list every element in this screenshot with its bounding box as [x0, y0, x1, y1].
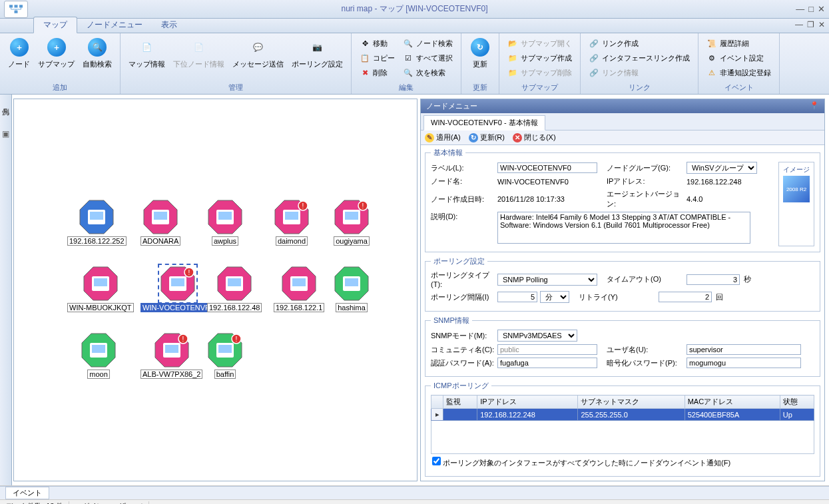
main-menu: マップ ノードメニュー 表示 — ❐ ✕: [0, 19, 829, 33]
apply-button[interactable]: ✎適用(A): [425, 132, 461, 142]
svg-rect-0: [9, 5, 13, 7]
map-node[interactable]: awplus: [207, 199, 243, 246]
map-node[interactable]: ! ougiyama: [334, 199, 370, 246]
ribbon: ＋ノード ＋サブマップ 🔍自動検索 追加 📄マップ情報 📄下位ノード情報 💬メッ…: [0, 33, 829, 95]
map-node[interactable]: 192.168.122.48: [207, 266, 262, 312]
selectall-button[interactable]: ☑すべて選択: [402, 51, 454, 65]
history-icon: 📜: [706, 38, 717, 49]
row-selector[interactable]: ▸: [431, 409, 443, 421]
link-create-button[interactable]: 🔗リンク作成: [587, 37, 691, 50]
retry-input[interactable]: [659, 292, 712, 302]
add-node-button[interactable]: ＋ノード: [4, 35, 34, 71]
polling-group: ポーリング設定 ポーリングタイプ(T): SNMP Polling タイムアウト…: [425, 256, 820, 312]
delete-button[interactable]: ✖削除: [358, 66, 396, 79]
close-icon[interactable]: ✕: [818, 4, 825, 14]
map-node[interactable]: 192.168.122.252: [67, 199, 127, 246]
delete-icon: ✖: [360, 67, 370, 78]
map-node[interactable]: ! baffin: [207, 332, 243, 379]
nodesearch-button[interactable]: 🔍ノード検索: [402, 37, 454, 50]
label-input[interactable]: [497, 162, 597, 173]
event-setting-button[interactable]: ⚙イベント設定: [705, 51, 772, 65]
map-node[interactable]: 192.168.122.1: [274, 266, 324, 312]
mdi-close-icon[interactable]: ✕: [818, 20, 825, 29]
copy-icon: 📋: [360, 53, 370, 63]
mdi-minimize-icon[interactable]: —: [795, 20, 803, 29]
findnext-icon: 🔍: [403, 67, 414, 78]
submap-open-button[interactable]: 📂サブマップ開く: [506, 37, 573, 50]
nonotify-button[interactable]: ⚠非通知設定登録: [705, 66, 772, 79]
authpw-input[interactable]: [497, 358, 597, 368]
panel-tab-basic[interactable]: WIN-VOCEOTENVF0 - 基本情報: [423, 115, 545, 130]
community-input: [497, 344, 597, 355]
left-dock: 凡例 ▣: [0, 95, 12, 485]
autosearch-button[interactable]: 🔍自動検索: [79, 35, 116, 71]
interval-input[interactable]: [497, 292, 537, 302]
menu-tab-map[interactable]: マップ: [33, 17, 77, 33]
timeout-input[interactable]: [687, 274, 740, 285]
image-preview[interactable]: イメージ 2008 R2: [778, 162, 814, 246]
map-node[interactable]: ADONARA: [140, 199, 180, 246]
window-title: nuri map - マップ [WIN-VOCEOTENVF0]: [341, 3, 487, 15]
subnodeinfo-button[interactable]: 📄下位ノード情報: [169, 35, 228, 71]
svg-rect-9: [154, 212, 167, 220]
node-panel: ノードメニュー📍 WIN-VOCEOTENVF0 - 基本情報 ✎適用(A) ↻…: [420, 99, 825, 481]
svg-rect-39: [345, 278, 358, 286]
bottom-tabstrip: イベント: [0, 486, 829, 499]
dock-icon[interactable]: ▣: [2, 129, 9, 138]
move-button[interactable]: ✥移動: [358, 37, 396, 50]
maximize-icon[interactable]: □: [808, 4, 814, 14]
sendmsg-button[interactable]: 💬メッセージ送信: [228, 35, 288, 71]
svg-text:!: !: [236, 336, 238, 343]
menu-tab-nodemenu[interactable]: ノードメニュー: [77, 17, 152, 33]
polling-type-select[interactable]: SNMP Polling: [497, 274, 597, 286]
snmp-user-input[interactable]: [687, 344, 801, 355]
map-node[interactable]: ! ALB-VW7PX86_2: [140, 332, 202, 379]
refresh-button[interactable]: ↻更新: [465, 35, 495, 71]
os-icon: 2008 R2: [783, 176, 810, 202]
move-icon: ✥: [360, 38, 370, 49]
submap-delete-button[interactable]: 📁サブマップ削除: [506, 66, 573, 79]
agentver-value: 4.4.0: [687, 195, 702, 203]
refresh-icon: ↻: [469, 133, 478, 142]
close-icon: ✕: [513, 133, 522, 142]
mapinfo-button[interactable]: 📄マップ情報: [125, 35, 169, 71]
link-info-button[interactable]: 🔗リンク情報: [587, 66, 691, 79]
snmp-mode-select[interactable]: SNMPv3MD5AES: [497, 330, 577, 342]
folder-icon: 📂: [507, 38, 518, 49]
linkinfo-icon: 🔗: [589, 67, 599, 78]
menu-tab-view[interactable]: 表示: [152, 17, 186, 33]
svg-rect-2: [19, 5, 23, 7]
pin-icon[interactable]: 📍: [810, 101, 819, 111]
polling-button[interactable]: 📷ポーリング設定: [288, 35, 347, 71]
interval-unit-select[interactable]: 分: [540, 291, 569, 303]
icmp-table[interactable]: 監視 IPアドレス サブネットマスク MACアドレス 状態 ▸ 192.168.…: [431, 395, 814, 421]
svg-rect-50: [218, 345, 232, 353]
svg-rect-12: [218, 212, 232, 220]
map-node[interactable]: WIN-MBUOKJKQT: [67, 266, 134, 312]
svg-rect-25: [94, 278, 107, 286]
nodegroup-select[interactable]: WinSVグループ: [687, 162, 757, 174]
svg-rect-3: [15, 10, 18, 13]
findnext-button[interactable]: 🔍次を検索: [402, 66, 454, 79]
iflink-create-button[interactable]: 🔗インタフェースリンク作成: [587, 51, 691, 65]
panel-refresh-button[interactable]: ↻更新(R): [469, 132, 505, 142]
minimize-icon[interactable]: —: [796, 4, 804, 14]
ifdown-notify-checkbox[interactable]: ポーリング対象のインタフェースがすべてダウンした時にノードダウンイベント通知(F…: [432, 459, 730, 467]
map-canvas[interactable]: 192.168.122.252 ADONARA awplus ! daimond…: [13, 99, 417, 481]
record-count: 13 件: [46, 502, 63, 505]
encpw-input[interactable]: [687, 358, 801, 368]
warning-icon: ⚠: [706, 67, 717, 78]
copy-button[interactable]: 📋コピー: [358, 51, 396, 65]
submap-create-button[interactable]: 📁サブマップ作成: [506, 51, 573, 65]
gear-icon: ⚙: [706, 53, 717, 63]
map-node[interactable]: moon: [81, 332, 117, 379]
history-button[interactable]: 📜履歴詳細: [705, 37, 772, 50]
map-node[interactable]: ! WIN-VOCEOTENVF0: [140, 266, 216, 312]
description-textarea[interactable]: [497, 212, 750, 244]
map-node[interactable]: hashima: [334, 266, 370, 312]
add-submap-button[interactable]: ＋サブマップ: [34, 35, 79, 71]
mdi-restore-icon[interactable]: ❐: [807, 20, 814, 29]
event-tab[interactable]: イベント: [5, 487, 49, 499]
map-node[interactable]: ! daimond: [274, 199, 310, 246]
panel-close-button[interactable]: ✕閉じる(X): [513, 132, 556, 142]
